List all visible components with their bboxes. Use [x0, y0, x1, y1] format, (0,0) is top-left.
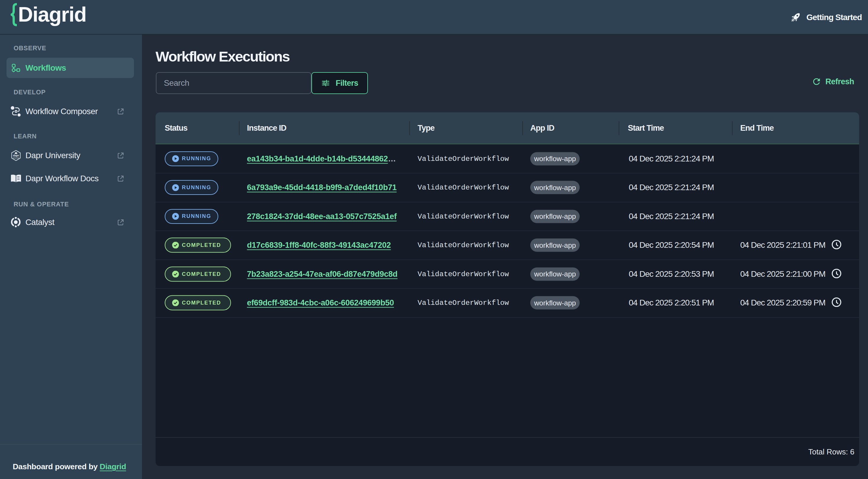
svg-text:Diagrid: Diagrid [18, 3, 86, 26]
svg-text:dapr: dapr [13, 154, 19, 157]
svg-text:University: University [13, 157, 19, 159]
